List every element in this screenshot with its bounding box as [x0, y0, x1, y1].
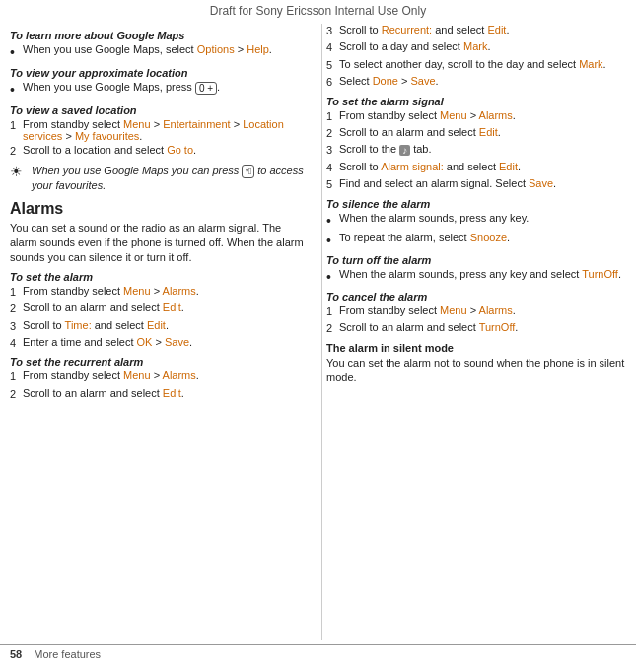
recurrent-alarm-step1: 1 From standby select Menu > Alarms.: [10, 370, 310, 384]
alarms-heading: Alarms: [10, 200, 310, 218]
footer-section-label: More features: [34, 648, 101, 660]
link-save-s6-5: Save: [529, 177, 553, 189]
link-mark-r4: Mark: [463, 40, 487, 52]
link-turnoff-s8: TurnOff: [582, 268, 618, 280]
link-time-s4-3: Time:: [65, 319, 92, 331]
silence-alarm-item1: • When the alarm sounds, press any key.: [326, 212, 626, 230]
star-key-icon: *⃣: [242, 165, 254, 179]
bullet-icon: •: [326, 212, 336, 230]
link-save-s4-4: Save: [165, 336, 189, 348]
section-google-maps-learn-item1: • When you use Google Maps, select Optio…: [10, 43, 310, 61]
link-go-to: Go to: [167, 144, 193, 156]
link-edit-r3: Edit: [487, 24, 506, 35]
recurrent-alarm-step5: 5 To select another day, scroll to the d…: [326, 58, 626, 73]
bullet-icon: •: [326, 232, 336, 249]
saved-location-step1: 1 From standby select Menu > Entertainme…: [10, 118, 310, 142]
tip-lightbulb-icon: ☀: [10, 164, 28, 179]
recurrent-alarm-step6: 6 Select Done > Save.: [326, 75, 626, 90]
link-alarms-s5-1: Alarms: [163, 370, 196, 381]
link-recurrent: Recurrent:: [382, 24, 432, 35]
alarms-body: You can set a sound or the radio as an a…: [10, 221, 310, 266]
link-menu-s6-1: Menu: [440, 109, 467, 121]
cancel-alarm-step1: 1 From standby select Menu > Alarms.: [326, 304, 626, 319]
silent-mode-body: You can set the alarm not to sound when …: [326, 356, 626, 386]
link-my-favourites: My favourites: [75, 130, 139, 142]
bullet-icon: •: [10, 81, 20, 99]
link-options: Options: [197, 43, 235, 55]
link-turnoff-s9-2: TurnOff: [479, 321, 516, 333]
cancel-alarm-step2: 2 Scroll to an alarm and select TurnOff.: [326, 321, 626, 336]
link-location-services: Location services: [23, 118, 284, 142]
alarm-signal-step2: 2 Scroll to an alarm and select Edit.: [326, 126, 626, 141]
link-alarm-signal: Alarm signal:: [381, 161, 444, 172]
set-alarm-step4: 4 Enter a time and select OK > Save.: [10, 336, 310, 351]
link-alarms-s4-1: Alarms: [163, 285, 196, 297]
link-alarms-s6-1: Alarms: [479, 109, 513, 121]
link-help: Help: [247, 43, 269, 55]
link-ok-s4-4: OK: [137, 336, 153, 348]
page-footer: 58 More features: [0, 644, 636, 663]
section-google-maps-learn-title: To learn more about Google Maps: [10, 30, 310, 41]
recurrent-alarm-step2: 2 Scroll to an alarm and select Edit.: [10, 387, 310, 402]
section-saved-location-title: To view a saved location: [10, 104, 310, 116]
link-alarms-s9-1: Alarms: [479, 304, 513, 316]
link-edit-s5-2: Edit: [163, 387, 181, 399]
link-save-r6: Save: [410, 75, 435, 87]
link-menu: Menu: [123, 118, 151, 130]
link-edit-s6-4: Edit: [499, 161, 518, 172]
bullet-icon: •: [326, 268, 336, 286]
bullet-icon: •: [10, 43, 20, 61]
set-alarm-title: To set the alarm: [10, 271, 310, 283]
tip-box: ☀ When you use Google Maps you can press…: [10, 164, 310, 194]
silence-alarm-item2: • To repeat the alarm, select Snooze.: [326, 232, 626, 249]
recurrent-alarm-step4: 4 Scroll to a day and select Mark.: [326, 40, 626, 55]
link-menu-s9-1: Menu: [440, 304, 467, 316]
link-done-r6: Done: [373, 75, 398, 87]
page-number: 58: [10, 648, 22, 660]
key-icon: 0 +: [195, 82, 217, 95]
alarm-signal-title: To set the alarm signal: [326, 96, 626, 107]
draft-header: Draft for Sony Ericsson Internal Use Onl…: [0, 0, 636, 20]
link-entertainment: Entertainment: [163, 118, 230, 130]
recurrent-alarm-step3: 3 Scroll to Recurrent: and select Edit.: [326, 24, 626, 38]
recurrent-alarm-title: To set the recurrent alarm: [10, 356, 310, 368]
alarm-signal-step5: 5 Find and select an alarm signal. Selec…: [326, 177, 626, 192]
left-column: To learn more about Google Maps • When y…: [10, 24, 314, 640]
set-alarm-step1: 1 From standby select Menu > Alarms.: [10, 285, 310, 300]
saved-location-step2: 2 Scroll to a location and select Go to.: [10, 144, 310, 159]
link-menu-s4-1: Menu: [123, 285, 151, 297]
link-snooze: Snooze: [470, 232, 507, 243]
cancel-alarm-title: To cancel the alarm: [326, 291, 626, 302]
right-column: 3 Scroll to Recurrent: and select Edit. …: [321, 24, 626, 640]
turn-off-alarm-title: To turn off the alarm: [326, 254, 626, 266]
alarm-signal-step4: 4 Scroll to Alarm signal: and select Edi…: [326, 161, 626, 175]
section-approx-location-title: To view your approximate location: [10, 67, 310, 79]
section-approx-location-item1: • When you use Google Maps, press 0 +.: [10, 81, 310, 99]
silence-alarm-title: To silence the alarm: [326, 198, 626, 210]
silent-mode-title: The alarm in silent mode: [326, 342, 626, 354]
turn-off-alarm-item1: • When the alarm sounds, press any key a…: [326, 268, 626, 286]
link-edit-s4-2: Edit: [163, 302, 181, 313]
music-note-icon: ♪: [399, 145, 410, 156]
link-menu-s5-1: Menu: [123, 370, 151, 381]
link-edit-s6-2: Edit: [479, 126, 498, 138]
alarm-signal-step1: 1 From standby select Menu > Alarms.: [326, 109, 626, 124]
link-mark-r5: Mark: [579, 58, 602, 70]
set-alarm-step2: 2 Scroll to an alarm and select Edit.: [10, 302, 310, 316]
link-edit-s4-3: Edit: [147, 319, 166, 331]
alarm-signal-step3: 3 Scroll to the ♪ tab.: [326, 143, 626, 158]
set-alarm-step3: 3 Scroll to Time: and select Edit.: [10, 319, 310, 334]
